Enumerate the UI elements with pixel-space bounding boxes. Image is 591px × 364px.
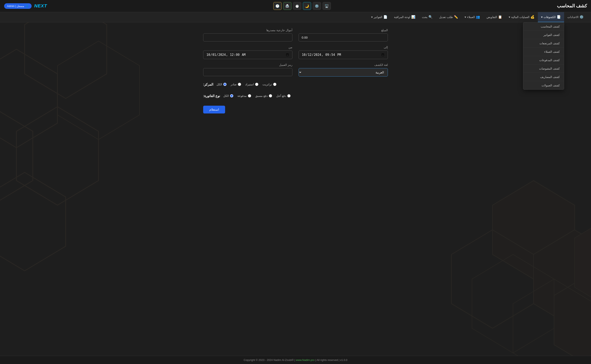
nav-item-customers[interactable]: 👥 العملاء ▾ (461, 12, 483, 22)
invoice-all-radio[interactable] (230, 94, 233, 98)
dropdown-item-expenses[interactable]: كشف المصاريف (523, 73, 564, 81)
print-btn[interactable]: 🖨️ (283, 2, 291, 10)
moon-btn[interactable]: 🌙 (303, 2, 311, 10)
invoices-nav-icon: 📄 (383, 15, 387, 19)
footer-rights: | All rights reserved | v1.0.0 (315, 358, 347, 362)
topbar-center: 🖥️ ⚙️ 🌙 ⏱️ 🖨️ 🕐 (273, 2, 331, 10)
form-grid: المبلغ أموال خارجية مصدرها إلى من لغة ال… (203, 28, 388, 113)
statement-lang-select[interactable]: العربية English (299, 68, 388, 77)
topbar-right: NEXT 👤 مسجل | Admin (4, 3, 47, 9)
query-button[interactable]: استعلام (203, 106, 225, 113)
center-all-label[interactable]: الكل (216, 83, 227, 86)
statement-lang-group: لغة الكشف العربية English (299, 63, 388, 77)
nav-item-monitoring[interactable]: 📊 لوحة المراقبة (391, 12, 419, 22)
customer-code-label: رمز العميل (203, 63, 292, 66)
date-from-label: من (203, 46, 292, 49)
financial-arrow-icon: ▾ (509, 15, 510, 19)
monitoring-nav-icon: 📊 (411, 15, 415, 19)
date-to-input[interactable] (299, 51, 388, 59)
nav-item-edit-request[interactable]: ✏️ طلب تعديل (436, 12, 461, 22)
center-transit-label[interactable]: ترانزيت (262, 83, 276, 86)
date-to-label: إلى (299, 46, 388, 49)
invoice-deferred-radio[interactable] (287, 94, 291, 98)
footer-website-link[interactable]: www.Nadim.pro (296, 358, 315, 362)
center-all-radio[interactable] (223, 83, 227, 86)
screen-btn[interactable]: 🖥️ (323, 2, 331, 10)
topbar: كشف المحاسب 🖥️ ⚙️ 🌙 ⏱️ 🖨️ 🕐 NEXT 👤 مسجل … (0, 0, 591, 12)
svg-marker-10 (513, 279, 591, 364)
customers-nav-icon: 👥 (476, 15, 480, 19)
discounts-nav-icon: 📋 (498, 15, 502, 19)
center-all-text: الكل (216, 83, 222, 86)
date-from-group: من (203, 46, 292, 59)
center-import-label[interactable]: استيراد (245, 83, 258, 86)
customers-arrow-icon: ▾ (465, 15, 466, 19)
dropdown-item-returns[interactable]: كشف المرتجعات (523, 39, 564, 48)
nav-invoices-label: الفواتير (374, 15, 382, 19)
history-btn[interactable]: 🕐 (273, 2, 282, 10)
invoice-type-radio-group: دفع آجل دفع مسبق مدفوعة الكل (223, 92, 291, 99)
statements-dropdown-wrapper: 📑 الكشوفات ▾ كشف المحاسب كشف الفواتير كش… (538, 12, 564, 22)
svg-marker-11 (472, 254, 554, 353)
dropdown-item-accountant[interactable]: كشف المحاسب (523, 22, 564, 31)
amount-label: المبلغ (299, 28, 388, 32)
statements-dropdown-menu: كشف المحاسب كشف الفواتير كشف المرتجعات ك… (523, 22, 564, 90)
invoice-paid-radio[interactable] (248, 94, 251, 98)
brand-title: NEXT (34, 3, 47, 9)
invoice-prepaid-radio[interactable] (269, 94, 272, 98)
center-transit-radio[interactable] (273, 83, 276, 86)
center-import-text: استيراد (245, 83, 254, 86)
amount-input[interactable] (299, 33, 388, 41)
footer-copyright: Copyright © 2023 - 2024 Nadim Al-Zoubi® (244, 358, 294, 362)
dropdown-item-payments[interactable]: كشف المدفوعات (523, 56, 564, 65)
statement-lang-label: لغة الكشف (299, 63, 388, 66)
nav-item-financial-ops[interactable]: 💰 العمليات المالية ▾ (506, 12, 538, 22)
svg-marker-3 (0, 172, 66, 271)
main-content: المبلغ أموال خارجية مصدرها إلى من لغة ال… (0, 22, 591, 120)
invoice-type-label: نوع الفاتورة: (203, 94, 220, 98)
dropdown-item-receipts[interactable]: كشف المقبوضات (523, 65, 564, 73)
customer-code-input[interactable] (203, 68, 292, 76)
nav-item-settings[interactable]: ⚙️ الاعدادات (564, 12, 587, 22)
timer-btn[interactable]: ⏱️ (293, 2, 301, 10)
dropdown-item-customers[interactable]: كشف العملاء (523, 48, 564, 56)
invoice-all-text: الكل (223, 94, 229, 98)
invoice-prepaid-label[interactable]: دفع مسبق (255, 94, 272, 98)
svg-marker-1 (0, 107, 33, 205)
svg-marker-4 (16, 107, 98, 205)
user-badge[interactable]: 👤 مسجل | Admin (4, 3, 32, 9)
statements-nav-icon: 📑 (557, 15, 561, 19)
navbar: ⚙️ الاعدادات 📑 الكشوفات ▾ كشف المحاسب كش… (0, 12, 591, 22)
nav-item-discounts[interactable]: 📋 التفاويض (483, 12, 506, 22)
invoice-deferred-label[interactable]: دفع آجل (276, 94, 291, 98)
dropdown-item-commissions[interactable]: كشف العمولات (523, 81, 564, 90)
invoice-all-label[interactable]: الكل (223, 94, 233, 98)
external-funds-input[interactable] (203, 33, 292, 41)
nav-customers-label: العملاء (467, 15, 475, 19)
external-funds-label: أموال خارجية مصدرها (203, 28, 292, 32)
edit-nav-icon: ✏️ (454, 15, 458, 19)
gear-btn[interactable]: ⚙️ (313, 2, 321, 10)
date-to-group: إلى (299, 46, 388, 59)
nav-discounts-label: التفاويض (487, 15, 497, 19)
nav-item-search[interactable]: 🔍 بحث (419, 12, 436, 22)
dropdown-item-invoices[interactable]: كشف الفواتير (523, 31, 564, 39)
invoice-prepaid-text: دفع مسبق (255, 94, 268, 98)
center-import-radio[interactable] (255, 83, 258, 86)
date-from-input[interactable] (203, 51, 292, 59)
footer-sep1: | (294, 358, 296, 362)
settings-nav-icon: ⚙️ (579, 15, 584, 19)
nav-statements-label: الكشوفات (544, 15, 556, 19)
center-radio-group: ترانزيت استيراد صادر الكل (216, 81, 276, 88)
invoice-paid-text: مدفوعة (237, 94, 247, 98)
invoice-paid-label[interactable]: مدفوعة (237, 94, 251, 98)
center-outgoing-radio[interactable] (238, 83, 241, 86)
dropdown-arrow-icon: ▾ (541, 15, 543, 19)
center-outgoing-label[interactable]: صادر (231, 83, 241, 86)
topbar-left: كشف المحاسب (557, 3, 587, 9)
external-funds-group: أموال خارجية مصدرها (203, 28, 292, 41)
user-avatar-icon: 👤 (26, 5, 29, 8)
svg-marker-12 (575, 213, 591, 312)
nav-item-invoices[interactable]: 📄 الفواتير ▾ (368, 12, 391, 22)
nav-item-statements[interactable]: 📑 الكشوفات ▾ (538, 12, 564, 22)
